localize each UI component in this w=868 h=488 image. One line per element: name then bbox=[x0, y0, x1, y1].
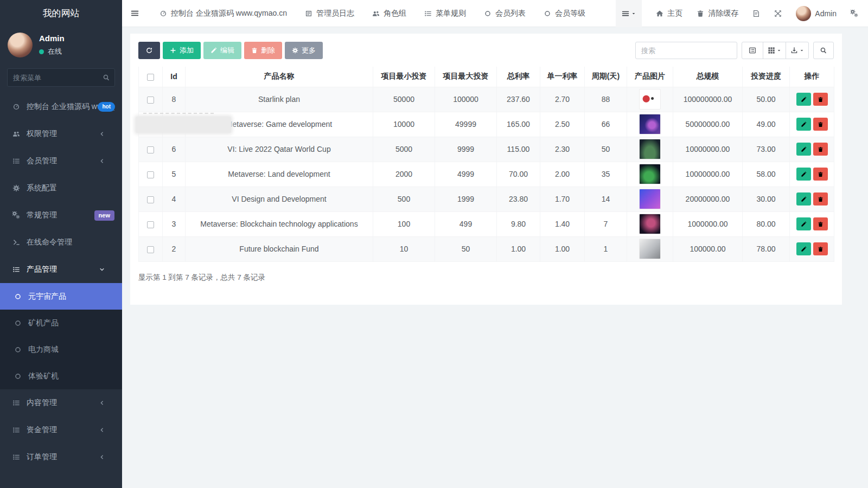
product-image[interactable] bbox=[639, 89, 661, 110]
table-row[interactable]: 2Future blockchain Fund10501.001.0011000… bbox=[139, 236, 834, 261]
row-delete-button[interactable] bbox=[813, 217, 828, 230]
row-checkbox[interactable] bbox=[147, 196, 154, 203]
sidebar-item[interactable]: 常规管理new bbox=[0, 202, 122, 229]
row-delete-button[interactable] bbox=[813, 192, 828, 206]
sidebar-item[interactable]: 产品管理 bbox=[0, 256, 122, 283]
row-delete-button[interactable] bbox=[813, 143, 828, 156]
gears-icon bbox=[11, 211, 21, 219]
sidebar-item[interactable]: 资金管理 bbox=[0, 416, 122, 444]
export-dropdown-button[interactable] bbox=[786, 42, 809, 59]
delete-button[interactable]: 删除 bbox=[244, 42, 282, 59]
sidebar-subitem[interactable]: 矿机产品 bbox=[0, 310, 122, 336]
column-header[interactable]: 产品名称 bbox=[186, 67, 373, 87]
table-row[interactable]: 3Metaverse: Blockchain technology applic… bbox=[139, 211, 834, 236]
row-edit-button[interactable] bbox=[796, 143, 811, 156]
row-edit-button[interactable] bbox=[796, 118, 811, 131]
row-edit-button[interactable] bbox=[796, 93, 811, 106]
cell-progress: 78.00 bbox=[743, 236, 790, 261]
row-edit-button[interactable] bbox=[796, 242, 811, 255]
product-image[interactable] bbox=[639, 164, 661, 184]
add-button[interactable]: 添加 bbox=[163, 42, 201, 59]
row-delete-button[interactable] bbox=[813, 118, 828, 131]
sidebar-item[interactable]: 权限管理 bbox=[0, 120, 122, 147]
row-edit-button[interactable] bbox=[796, 168, 811, 181]
row-delete-button[interactable] bbox=[813, 168, 828, 181]
cell-min: 10 bbox=[373, 236, 435, 261]
column-header[interactable]: 项目最小投资 bbox=[373, 67, 435, 87]
sidebar-subitem-label: 矿机产品 bbox=[28, 318, 59, 328]
product-image[interactable] bbox=[639, 214, 661, 234]
column-header[interactable]: 投资进度 bbox=[743, 67, 790, 87]
column-header[interactable]: 单一利率 bbox=[540, 67, 585, 87]
tabs-dropdown-button[interactable] bbox=[616, 0, 642, 27]
row-checkbox[interactable] bbox=[147, 221, 154, 228]
row-checkbox[interactable] bbox=[147, 246, 154, 253]
row-checkbox[interactable] bbox=[147, 146, 154, 153]
column-header[interactable]: 项目最大投资 bbox=[435, 67, 497, 87]
sidebar-item[interactable]: 在线命令管理 bbox=[0, 229, 122, 256]
product-image[interactable] bbox=[639, 239, 661, 259]
edit-button[interactable]: 编辑 bbox=[203, 42, 241, 59]
column-header[interactable]: 产品图片 bbox=[627, 67, 673, 87]
row-edit-button[interactable] bbox=[796, 192, 811, 206]
table-row[interactable]: Metaverse: Game development1000049999165… bbox=[139, 112, 834, 137]
home-link[interactable]: 主页 bbox=[656, 9, 682, 18]
sidebar-item[interactable]: 内容管理 bbox=[0, 389, 122, 416]
nav-tab[interactable]: 管理员日志 bbox=[305, 9, 354, 18]
table-row[interactable]: 4VI Design and Development500199923.801.… bbox=[139, 187, 834, 211]
row-edit-button[interactable] bbox=[796, 217, 811, 230]
sidebar-item[interactable]: 订单管理 bbox=[0, 444, 122, 471]
search-button[interactable] bbox=[813, 42, 834, 59]
select-all-header bbox=[139, 67, 163, 87]
sidebar-toggle-hamburger-icon[interactable] bbox=[122, 9, 146, 17]
refresh-button[interactable] bbox=[138, 42, 160, 59]
table-search-input[interactable] bbox=[635, 42, 737, 59]
table-row[interactable]: 8Starlink plan50000100000237.602.7088100… bbox=[139, 87, 834, 112]
admin-menu[interactable]: Admin bbox=[796, 6, 837, 21]
menu-search-input[interactable] bbox=[7, 68, 115, 87]
product-image[interactable] bbox=[639, 139, 661, 159]
row-checkbox[interactable] bbox=[147, 97, 154, 104]
chevron-left-icon bbox=[97, 427, 106, 433]
sidebar-subitem[interactable]: 电力商城 bbox=[0, 336, 122, 363]
more-button[interactable]: 更多 bbox=[285, 42, 323, 59]
fullscreen-icon[interactable] bbox=[774, 10, 782, 17]
row-checkbox[interactable] bbox=[147, 171, 154, 178]
table-row[interactable]: 6VI: Live 2022 Qatar World Cup5000999911… bbox=[139, 137, 834, 162]
row-delete-button[interactable] bbox=[813, 93, 828, 106]
edit-label: 编辑 bbox=[220, 46, 234, 55]
columns-dropdown-button[interactable] bbox=[763, 42, 786, 59]
home-icon bbox=[656, 10, 663, 17]
chevron-left-icon bbox=[97, 158, 106, 164]
row-delete-button[interactable] bbox=[813, 242, 828, 255]
nav-tab[interactable]: 菜单规则 bbox=[424, 9, 466, 18]
column-header[interactable]: 周期(天) bbox=[585, 67, 627, 87]
clear-cache-button[interactable]: 清除缓存 bbox=[697, 9, 738, 18]
toggle-view-button[interactable] bbox=[742, 42, 763, 59]
sidebar-item[interactable]: 控制台 企业猫源码 www.qymao.cnhot bbox=[0, 93, 122, 120]
sidebar-subitem[interactable]: 元宇宙产品 bbox=[0, 283, 122, 310]
trash-icon bbox=[697, 10, 704, 17]
gear-icon bbox=[292, 47, 298, 54]
column-header[interactable]: Id bbox=[163, 67, 186, 87]
cell-single_rate: 2.70 bbox=[540, 87, 585, 112]
nav-tab[interactable]: 会员等级 bbox=[544, 9, 585, 18]
list-icon bbox=[11, 426, 21, 434]
column-header[interactable]: 操作 bbox=[790, 67, 834, 87]
avatar[interactable] bbox=[8, 33, 33, 57]
sidebar-subitem[interactable]: 体验矿机 bbox=[0, 363, 122, 389]
product-image[interactable] bbox=[639, 114, 661, 134]
column-header[interactable]: 总规模 bbox=[673, 67, 743, 87]
product-image[interactable] bbox=[639, 189, 661, 209]
sidebar-item[interactable]: 会员管理 bbox=[0, 147, 122, 175]
select-all-checkbox[interactable] bbox=[147, 74, 154, 81]
translate-icon[interactable] bbox=[752, 10, 760, 17]
table-row[interactable]: 5Metaverse: Land development2000499970.0… bbox=[139, 162, 834, 187]
cell-max: 1999 bbox=[435, 187, 497, 211]
gears-icon[interactable] bbox=[851, 10, 858, 17]
sidebar-item[interactable]: 系统配置 bbox=[0, 175, 122, 202]
nav-tab[interactable]: 角色组 bbox=[372, 9, 406, 18]
nav-tab[interactable]: 会员列表 bbox=[484, 9, 526, 18]
nav-tab[interactable]: 控制台 企业猫源码 www.qymao.cn bbox=[159, 9, 287, 18]
column-header[interactable]: 总利率 bbox=[497, 67, 540, 87]
